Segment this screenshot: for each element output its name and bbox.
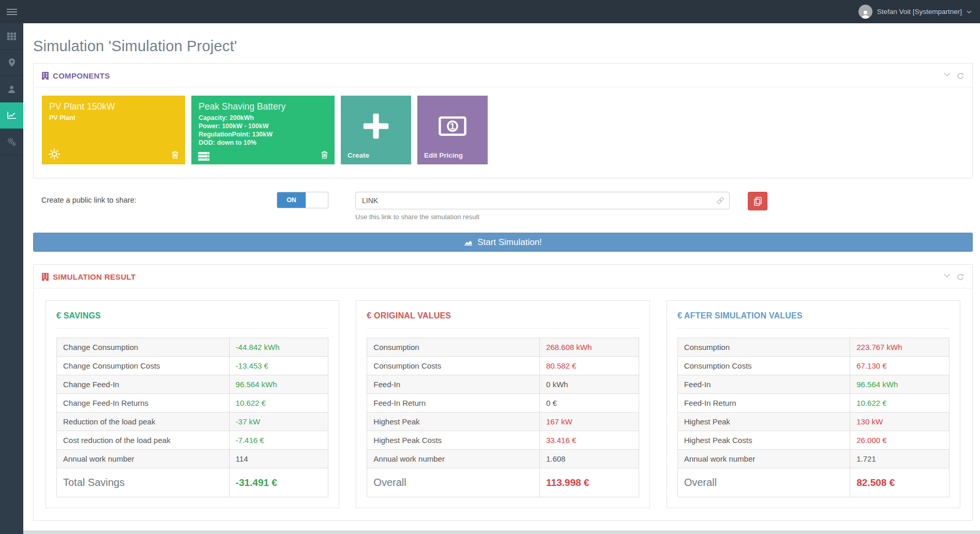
- card-pv-plant[interactable]: PV Plant 150kW PV Plant: [42, 96, 185, 164]
- result-row-value: -31.491 €: [229, 468, 328, 497]
- user-icon: [8, 85, 16, 93]
- result-row: Feed-In0 kWh: [367, 375, 639, 394]
- hamburger-icon[interactable]: [0, 0, 23, 23]
- result-row-value: 96.564 kWh: [229, 375, 328, 394]
- result-row: Change Feed-In Returns10.622 €: [57, 394, 328, 413]
- result-total-row: Total Savings-31.491 €: [57, 468, 328, 497]
- card-detail-line: RegulationPoint: 130kW: [199, 130, 327, 139]
- result-row: Change Feed-In96.564 kWh: [57, 375, 328, 394]
- refresh-icon[interactable]: [957, 72, 964, 80]
- result-row-label: Consumption Costs: [677, 357, 850, 375]
- map-marker-icon: [9, 58, 15, 67]
- sidebar: [0, 23, 23, 534]
- result-row: Feed-In Return10.622 €: [677, 394, 949, 413]
- refresh-icon[interactable]: [957, 273, 964, 281]
- result-row-label: Change Feed-In Returns: [57, 394, 230, 413]
- share-link-input[interactable]: [355, 192, 730, 209]
- result-row-value: 10.622 €: [850, 394, 949, 413]
- result-row-label: Feed-In: [367, 375, 540, 394]
- result-tables: € SAVINGS Change Consumption-44.842 kWhC…: [34, 288, 972, 520]
- result-row-label: Highest Peak Costs: [677, 431, 850, 450]
- card-label: Create: [348, 151, 411, 159]
- result-row: Change Consumption Costs-13.453 €: [57, 357, 328, 375]
- result-row: Feed-In96.564 kWh: [677, 375, 949, 394]
- start-simulation-label: Start Simulation!: [477, 237, 542, 248]
- sidebar-item-locations[interactable]: [0, 50, 23, 76]
- result-total-row: Overall113.998 €: [367, 468, 639, 497]
- result-row-label: Change Consumption: [57, 338, 230, 357]
- avatar: [858, 5, 872, 19]
- result-row-label: Annual work number: [57, 450, 230, 468]
- plus-icon: [341, 96, 411, 151]
- result-row-label: Highest Peak: [367, 413, 540, 431]
- card-title: PV Plant 150kW: [49, 101, 178, 112]
- trash-icon[interactable]: [321, 151, 328, 159]
- server-icon[interactable]: [198, 152, 209, 161]
- simulation-result-panel: SIMULATION RESULT € SAVINGS Change Consu…: [33, 264, 973, 521]
- result-row-label: Highest Peak: [677, 413, 850, 431]
- result-table-after-simulation-values: € AFTER SIMULATION VALUES Consumption223…: [667, 300, 960, 508]
- sidebar-item-apps[interactable]: [0, 23, 23, 50]
- edit-pricing-button[interactable]: 1 Edit Pricing: [417, 96, 488, 164]
- result-row: Highest Peak Costs33.416 €: [367, 431, 639, 450]
- result-row: Annual work number1.608: [367, 450, 639, 468]
- result-row: Annual work number114: [57, 450, 328, 468]
- result-row-value: -37 kW: [229, 413, 328, 431]
- share-link-label: Create a public link to share:: [41, 192, 277, 204]
- result-row-label: Total Savings: [57, 468, 230, 497]
- result-row-value: -7.416 €: [229, 431, 328, 450]
- card-peak-shaving-battery[interactable]: Peak Shaving Battery Capacity: 200kWh Po…: [191, 96, 335, 164]
- grid-icon: [7, 33, 16, 40]
- result-row: Reduction of the load peak-37 kW: [57, 413, 328, 431]
- result-panel-title: SIMULATION RESULT: [42, 272, 135, 281]
- create-component-button[interactable]: Create: [341, 96, 411, 164]
- trash-icon[interactable]: [172, 151, 178, 159]
- top-navbar: Stefan Voit [Systempartner]: [0, 0, 980, 23]
- building-icon: [42, 72, 49, 80]
- copy-link-button[interactable]: [748, 192, 767, 210]
- components-cards: PV Plant 150kW PV Plant: [34, 87, 972, 178]
- components-panel-title: COMPONENTS: [42, 71, 110, 80]
- share-link-row: Create a public link to share: ON Use th…: [33, 192, 973, 221]
- share-toggle[interactable]: ON: [277, 192, 328, 208]
- result-table-title: € SAVINGS: [56, 311, 328, 321]
- link-icon: [716, 196, 725, 205]
- user-name: Stefan Voit [Systempartner]: [877, 8, 962, 16]
- main-content: Simulation 'Simulation Project' COMPONEN…: [23, 0, 980, 521]
- components-panel-header: COMPONENTS: [34, 64, 972, 87]
- sidebar-item-settings[interactable]: [0, 129, 23, 155]
- result-table-title: € AFTER SIMULATION VALUES: [677, 311, 949, 321]
- svg-text:1: 1: [450, 121, 455, 131]
- building-icon: [42, 273, 49, 281]
- collapse-chevron-icon[interactable]: [944, 273, 951, 281]
- result-row-label: Overall: [367, 468, 540, 497]
- sidebar-item-simulation[interactable]: [0, 102, 23, 129]
- result-row-value: 223.767 kWh: [850, 338, 949, 357]
- result-row: Consumption268.608 kWh: [367, 338, 639, 357]
- result-row: Consumption Costs67.130 €: [677, 357, 949, 375]
- result-row-value: 26.000 €: [850, 431, 949, 450]
- collapse-chevron-icon[interactable]: [944, 72, 951, 80]
- share-toggle-off[interactable]: [306, 192, 328, 208]
- sidebar-item-users[interactable]: [0, 76, 23, 102]
- result-row-label: Change Consumption Costs: [57, 357, 230, 375]
- result-row-label: Feed-In Return: [367, 394, 540, 413]
- share-toggle-on[interactable]: ON: [277, 192, 306, 208]
- card-detail-line: Capacity: 200kWh: [199, 114, 327, 122]
- result-row-label: Change Feed-In: [57, 375, 230, 394]
- result-row-value: 130 kW: [850, 413, 949, 431]
- cogs-icon: [7, 138, 16, 146]
- result-row-value: 167 kW: [539, 413, 639, 431]
- sun-icon[interactable]: [49, 148, 60, 160]
- result-table-savings: € SAVINGS Change Consumption-44.842 kWhC…: [46, 300, 339, 508]
- user-menu[interactable]: Stefan Voit [Systempartner]: [858, 5, 980, 19]
- components-panel: COMPONENTS PV Plant 150kW PV Plant: [33, 63, 973, 178]
- result-row-label: Annual work number: [367, 450, 540, 468]
- start-simulation-button[interactable]: Start Simulation!: [33, 233, 973, 252]
- result-row-label: Consumption: [367, 338, 540, 357]
- banknote-icon: 1: [417, 96, 488, 151]
- result-row-value: 0 €: [539, 394, 639, 413]
- result-row-label: Reduction of the load peak: [57, 413, 230, 431]
- result-row-label: Overall: [677, 468, 850, 497]
- bottom-scrollbar-track[interactable]: [23, 530, 980, 534]
